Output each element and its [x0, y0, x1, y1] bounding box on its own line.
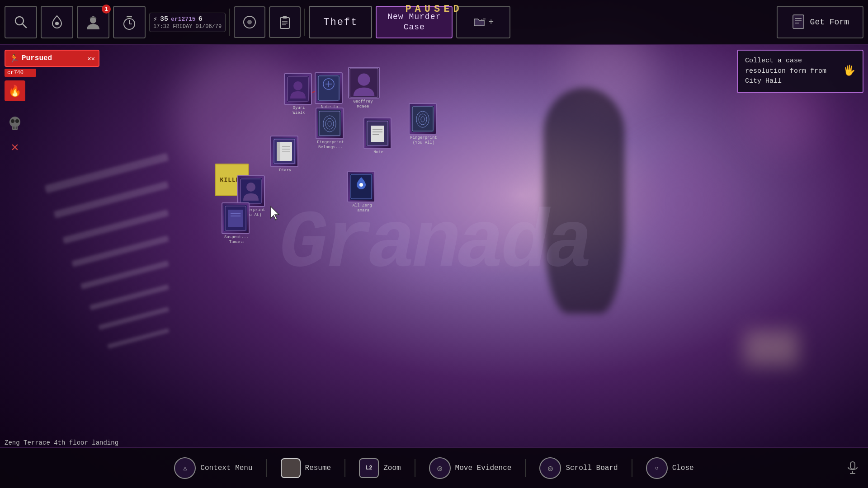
- sep-1: [266, 459, 267, 477]
- pursued-label: Pursued: [22, 54, 52, 62]
- evidence-card-geoffrey[interactable]: GeoffreyMcGee: [348, 67, 378, 109]
- stair-lights: [43, 146, 197, 372]
- scroll-board-button[interactable]: ◎ Scroll Board: [539, 457, 618, 479]
- folder-button[interactable]: +: [456, 6, 510, 38]
- diary-label: Diary: [270, 168, 300, 173]
- svg-rect-71: [411, 106, 434, 132]
- context-menu-button[interactable]: △ Context Menu: [174, 457, 252, 479]
- evidence-card-note[interactable]: Note: [363, 117, 393, 155]
- svg-point-92: [359, 183, 363, 187]
- hud-divider-1: [229, 9, 230, 36]
- svg-rect-94: [850, 462, 855, 469]
- stats-num: 6: [198, 15, 203, 23]
- svg-rect-18: [793, 15, 804, 28]
- timer-button[interactable]: [113, 6, 146, 38]
- r-key: ◎: [539, 457, 561, 479]
- geoffrey-label: GeoffreyMcGee: [348, 99, 378, 109]
- circle-button[interactable]: [234, 6, 265, 38]
- theft-button[interactable]: Theft: [309, 6, 372, 38]
- zoom-label: Zoom: [383, 464, 401, 472]
- svg-point-24: [11, 119, 14, 123]
- svg-rect-87: [228, 210, 243, 227]
- close-label: Close: [672, 464, 694, 472]
- note-label: Note: [363, 150, 393, 155]
- left-sidebar: 🏃 Pursued ✕✕ cr740 🔥 ✕: [5, 50, 41, 157]
- stats-panel: ⚡ 35 er12715 6 17:32 FRIDAY 01/06/79: [149, 13, 226, 32]
- fire-icon: 🔥: [8, 84, 22, 98]
- tooltip-text: Collect a case resolution form from City…: [745, 56, 839, 87]
- svg-point-25: [15, 119, 19, 123]
- fingerprint-a-label: FingerprintBelongs...: [316, 140, 345, 150]
- evidence-card-diary[interactable]: Diary: [270, 136, 300, 173]
- context-menu-label: Context Menu: [200, 464, 252, 472]
- move-evidence-button[interactable]: ◎ Move Evidence: [429, 457, 512, 479]
- stats-value: 35: [160, 15, 168, 23]
- zoom-button[interactable]: L2 Zoom: [359, 458, 401, 478]
- fire-icon-btn[interactable]: 🔥: [5, 80, 25, 101]
- svg-point-58: [358, 74, 370, 86]
- sep-5: [632, 459, 632, 477]
- evidence-card-fingerprint-b[interactable]: Fingerprint(You All): [409, 103, 439, 145]
- location-label: All ZergTamara: [347, 203, 377, 213]
- resume-button[interactable]: Resume: [281, 458, 331, 478]
- agent-button[interactable]: 1: [77, 6, 109, 38]
- location-text: Zeng Terrace 4th floor landing: [5, 439, 118, 446]
- evidence-card-fingerprint-a[interactable]: FingerprintBelongs...: [316, 108, 345, 150]
- get-form-button[interactable]: Get Form: [777, 6, 863, 38]
- tooltip-box: Collect a case resolution form from City…: [737, 50, 863, 93]
- pursued-card[interactable]: 🏃 Pursued ✕✕: [5, 50, 99, 67]
- suspect-b-label: Suspect...Tamara: [222, 235, 251, 245]
- evidence-card-gyuri[interactable]: GyuriWielk: [284, 73, 314, 116]
- sep-3: [415, 459, 415, 477]
- svg-rect-12: [283, 16, 287, 19]
- hud-bottom-bar: △ Context Menu Resume L2 Zoom ◎ Move Evi…: [0, 447, 868, 488]
- sep-2: [344, 459, 345, 477]
- svg-rect-66: [371, 126, 384, 142]
- microphone-button[interactable]: [846, 461, 859, 479]
- pursued-close[interactable]: ✕✕: [87, 55, 95, 62]
- cr-badge: cr740: [5, 69, 36, 77]
- theft-label: Theft: [323, 17, 358, 28]
- evidence-card-suspect-b[interactable]: Suspect...Tamara: [222, 202, 251, 245]
- svg-rect-60: [318, 110, 341, 136]
- stats-icon: ⚡: [153, 15, 157, 23]
- x-icon[interactable]: ✕: [5, 136, 25, 157]
- clipboard-button[interactable]: [269, 6, 301, 38]
- svg-line-1: [23, 24, 26, 28]
- circle-key: ○: [646, 457, 668, 479]
- get-form-label: Get Form: [810, 18, 849, 27]
- tooltip-hand-icon: 🖐: [843, 64, 855, 79]
- l2-key: L2: [359, 458, 379, 478]
- search-button[interactable]: [5, 6, 37, 38]
- stats-time: 17:32 FRIDAY 01/06/79: [153, 23, 222, 30]
- svg-rect-5: [127, 17, 132, 18]
- svg-rect-78: [277, 142, 280, 161]
- skull-icon[interactable]: [5, 113, 25, 134]
- svg-point-2: [55, 22, 59, 25]
- scroll-board-label: Scroll Board: [566, 464, 618, 472]
- pursued-icon: 🏃: [9, 53, 19, 63]
- square-key: [281, 458, 301, 478]
- evidence-card-location[interactable]: All ZergTamara: [347, 171, 377, 213]
- map-button[interactable]: [41, 6, 73, 38]
- hud-divider-2: [304, 9, 305, 36]
- svg-point-10: [247, 20, 252, 24]
- agent-notification-badge: 1: [102, 5, 111, 14]
- paused-label: PAUSED: [405, 4, 462, 15]
- svg-point-50: [293, 81, 302, 90]
- status-bar: Zeng Terrace 4th floor landing: [5, 439, 118, 446]
- triangle-key: △: [174, 457, 196, 479]
- folder-plus-icon: +: [488, 17, 494, 28]
- resume-label: Resume: [305, 464, 331, 472]
- l-key: ◎: [429, 457, 451, 479]
- close-button[interactable]: ○ Close: [646, 457, 694, 479]
- stats-er: er12715: [171, 16, 196, 23]
- sep-4: [525, 459, 526, 477]
- fingerprint-b-label: Fingerprint(You All): [409, 136, 439, 145]
- svg-point-84: [246, 183, 255, 192]
- gyuri-label: GyuriWielk: [284, 106, 314, 116]
- evidence-board[interactable]: GyuriWielk Note toGerald... GeoffreyMcGe…: [181, 54, 778, 438]
- move-evidence-label: Move Evidence: [455, 464, 512, 472]
